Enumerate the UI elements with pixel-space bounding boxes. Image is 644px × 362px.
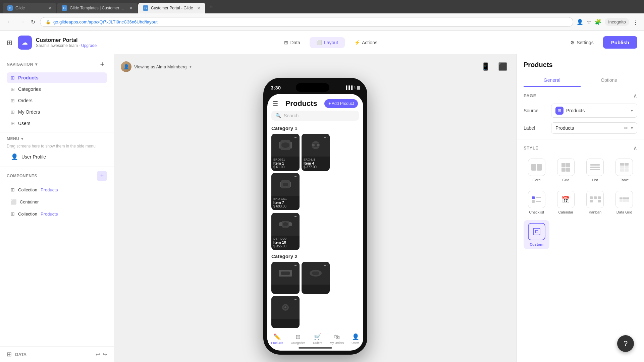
product-dots[interactable]: ⋯ — [293, 263, 298, 268]
product-card[interactable]: ⋯ ERO921 Item 1 $ 61.00 — [271, 134, 300, 171]
settings-icon: ⚙ — [570, 40, 575, 45]
nav-item-categories[interactable]: ⊞ Categories — [7, 84, 107, 95]
tab-glide-templates[interactable]: G Glide Templates | Customer Port... ✕ — [57, 3, 138, 13]
product-card[interactable]: ⋯ ERO-CS1 Item 7 $ 693.00 — [271, 173, 300, 210]
style-option-checklist[interactable]: Checklist — [524, 188, 549, 217]
tab-actions-label: Actions — [362, 40, 377, 45]
phone-view-button[interactable]: 📱 — [478, 61, 493, 72]
product-dots[interactable]: ⋯ — [324, 135, 328, 140]
undo-button[interactable]: ↩ — [96, 351, 100, 358]
bottom-nav-orders[interactable]: 🛒 Orders — [313, 333, 322, 345]
publish-button[interactable]: Publish — [603, 36, 637, 49]
bottom-nav-products[interactable]: ✏️ Products — [271, 333, 283, 345]
product-card[interactable]: ⋯ — [271, 262, 300, 294]
navigation-collapse[interactable]: NAVIGATION ▾ — [7, 62, 37, 67]
style-datagrid-icon — [615, 191, 633, 208]
style-option-table[interactable]: Table — [611, 156, 637, 185]
app-nav: ⊞ Data ⬜ Layout ⚡ Actions — [102, 37, 559, 48]
bottom-nav-categories[interactable]: ⊞ Categories — [291, 333, 306, 345]
bottom-nav-my-orders[interactable]: 🛍 My Orders — [330, 334, 344, 345]
component-collection-1[interactable]: ⊞ Collection Products — [7, 184, 107, 195]
add-component-button[interactable]: + — [97, 171, 107, 181]
bottom-nav-users[interactable]: 👤 Users — [352, 333, 360, 345]
add-nav-item-button[interactable]: + — [98, 60, 107, 69]
back-button[interactable]: ← — [5, 17, 14, 27]
style-option-grid[interactable]: Grid — [553, 156, 579, 185]
product-sku: ERO-LI1 — [304, 158, 328, 161]
product-card[interactable]: ⋯ DSF-DD0 Item 10 $ 355.00 — [271, 213, 300, 250]
style-section: STYLE ∧ Card — [517, 139, 644, 254]
style-option-kanban[interactable]: Kanban — [582, 188, 608, 217]
source-select-dropdown[interactable]: ⊞ Products ▾ — [551, 104, 637, 118]
product-card[interactable]: ⋯ ERO-LI1 Item 4 $ 377.00 — [302, 134, 330, 171]
tab-options[interactable]: Options — [581, 74, 638, 87]
layout-icon: ⬜ — [316, 40, 322, 45]
new-tab-button[interactable]: + — [206, 2, 216, 12]
reload-button[interactable]: ↻ — [30, 17, 37, 26]
page-section-title: PAGE — [524, 93, 536, 98]
label-input-wrapper[interactable]: Products ✏ ▾ — [551, 122, 637, 134]
forward-button[interactable]: → — [17, 17, 26, 27]
style-option-list[interactable]: List — [582, 156, 608, 185]
nav-collapse-chevron: ▾ — [35, 62, 38, 67]
product-dots[interactable]: ⋯ — [293, 174, 298, 179]
bookmark-icon[interactable]: ☆ — [587, 19, 591, 25]
style-collapse-button[interactable]: ∧ — [633, 145, 637, 151]
page-collapse-button[interactable]: ∧ — [633, 93, 637, 99]
extension-icon[interactable]: 🧩 — [595, 19, 601, 25]
phone-add-product-button[interactable]: + Add Product — [324, 99, 358, 108]
redo-button[interactable]: ↪ — [103, 351, 107, 358]
user-profile-item[interactable]: 👤 User Profile — [7, 151, 107, 163]
profile-icon[interactable]: 👤 — [577, 19, 583, 25]
product-dots[interactable]: ⋯ — [293, 214, 298, 219]
menu-collapse[interactable]: MENU ▾ — [7, 136, 23, 141]
tab-actions[interactable]: ⚡ Actions — [347, 37, 384, 48]
tab-close[interactable]: ✕ — [129, 6, 133, 11]
source-chevron-icon: ▾ — [631, 108, 633, 113]
tab-general[interactable]: General — [524, 74, 581, 87]
tab-data-label: Data — [290, 40, 300, 45]
phone-home-indicator — [299, 347, 332, 349]
product-dots[interactable]: ⋯ — [293, 297, 298, 302]
tab-layout[interactable]: ⬜ Layout — [310, 37, 345, 48]
nav-item-products[interactable]: ⊞ Products — [7, 72, 107, 83]
actions-icon: ⚡ — [354, 40, 360, 45]
upgrade-link[interactable]: Upgrade — [81, 43, 97, 48]
style-section-title: STYLE — [524, 145, 538, 150]
tab-close[interactable]: ✕ — [48, 6, 52, 11]
tablet-view-button[interactable]: ⬛ — [495, 61, 510, 72]
style-option-custom[interactable]: Custom — [524, 220, 549, 249]
tab-customer-portal[interactable]: G Customer Portal - Glide ✕ — [138, 3, 205, 13]
settings-button[interactable]: ⚙ Settings — [565, 37, 599, 48]
help-button[interactable]: ? — [617, 335, 634, 352]
url-bar[interactable]: 🔒 go.glideapps.com/app/xQt7xJLTI9ncC36n6… — [40, 17, 573, 27]
style-grid-row3: Custom — [524, 220, 637, 249]
viewer-info[interactable]: 👤 Viewing as Alma Malmberg ▾ — [121, 61, 192, 72]
product-card[interactable]: ⋯ — [302, 262, 330, 294]
style-option-calendar[interactable]: 📅 Calendar — [553, 188, 579, 217]
tab-close[interactable]: ✕ — [197, 6, 201, 11]
component-collection-2[interactable]: ⊞ Collection Products — [7, 208, 107, 219]
style-option-card[interactable]: Card — [524, 156, 549, 185]
account-label[interactable]: Incognito — [605, 18, 629, 26]
phone-menu-button[interactable]: ☰ — [273, 100, 278, 107]
products-grid-1: ⋯ ERO921 Item 1 $ 61.00 — [271, 134, 359, 210]
more-options-button[interactable]: ⋮ — [633, 18, 639, 26]
nav-item-my-orders[interactable]: ⊞ My Orders — [7, 107, 107, 117]
grid-menu-icon[interactable]: ⊞ — [7, 39, 12, 47]
right-panel-title: Products — [524, 61, 637, 69]
phone-search-bar[interactable]: 🔍 Search — [271, 111, 359, 121]
tab-data[interactable]: ⊞ Data — [277, 37, 307, 48]
component-square-icon: ⬜ — [11, 199, 16, 204]
components-label: COMPONENTS — [7, 174, 37, 178]
product-card[interactable]: ⋯ — [271, 296, 300, 328]
style-kanban-label: Kanban — [589, 210, 601, 214]
nav-item-users[interactable]: ⊞ Users — [7, 118, 107, 129]
product-dots[interactable]: ⋯ — [293, 135, 298, 140]
component-container[interactable]: ⬜ Container — [7, 196, 107, 207]
nav-item-orders[interactable]: ⊞ Orders — [7, 95, 107, 106]
product-dots[interactable]: ⋯ — [324, 263, 328, 268]
style-option-data-grid[interactable]: Data Grid — [611, 188, 637, 217]
bottom-nav-label: Users — [352, 341, 360, 345]
tab-glide[interactable]: G Glide ✕ — [3, 3, 56, 13]
